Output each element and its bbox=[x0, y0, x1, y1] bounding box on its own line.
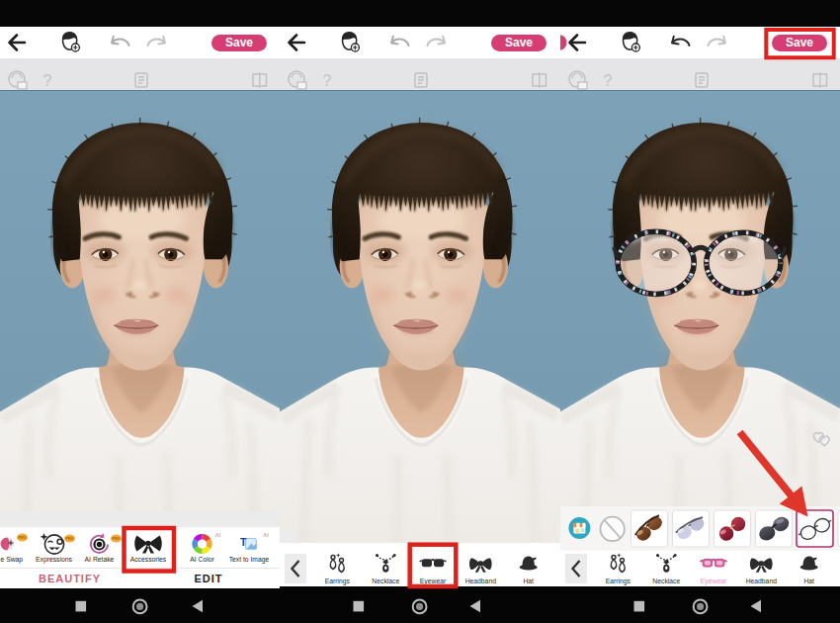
svg-text:Eyewear: Eyewear bbox=[701, 578, 727, 585]
svg-text:PRO: PRO bbox=[113, 537, 121, 541]
svg-text:AI: AI bbox=[214, 532, 220, 538]
svg-text:Hat: Hat bbox=[523, 578, 534, 584]
svg-text:Necklace: Necklace bbox=[372, 578, 399, 584]
svg-text:PRO: PRO bbox=[66, 537, 74, 541]
svg-text:Expressions: Expressions bbox=[36, 556, 73, 564]
svg-text:Headband: Headband bbox=[465, 578, 497, 584]
svg-text:Eyewear: Eyewear bbox=[420, 578, 447, 585]
svg-text:Necklace: Necklace bbox=[652, 578, 680, 584]
svg-text:Earrings: Earrings bbox=[606, 578, 631, 585]
svg-text:Headband: Headband bbox=[746, 578, 778, 584]
svg-text:AI Color: AI Color bbox=[190, 556, 214, 563]
svg-text:AI: AI bbox=[263, 532, 269, 538]
svg-text:EDIT: EDIT bbox=[194, 573, 222, 584]
svg-text:PRO: PRO bbox=[19, 536, 27, 540]
svg-text:Earrings: Earrings bbox=[325, 578, 351, 585]
svg-text:Accessories: Accessories bbox=[130, 556, 167, 563]
svg-text:BEAUTIFY: BEAUTIFY bbox=[39, 573, 101, 584]
svg-text:e Swap: e Swap bbox=[0, 556, 23, 564]
svg-text:Text to Image: Text to Image bbox=[229, 556, 270, 564]
svg-text:AI Retake: AI Retake bbox=[85, 556, 115, 563]
svg-text:Hat: Hat bbox=[803, 578, 814, 584]
svg-text:T: T bbox=[240, 538, 247, 549]
